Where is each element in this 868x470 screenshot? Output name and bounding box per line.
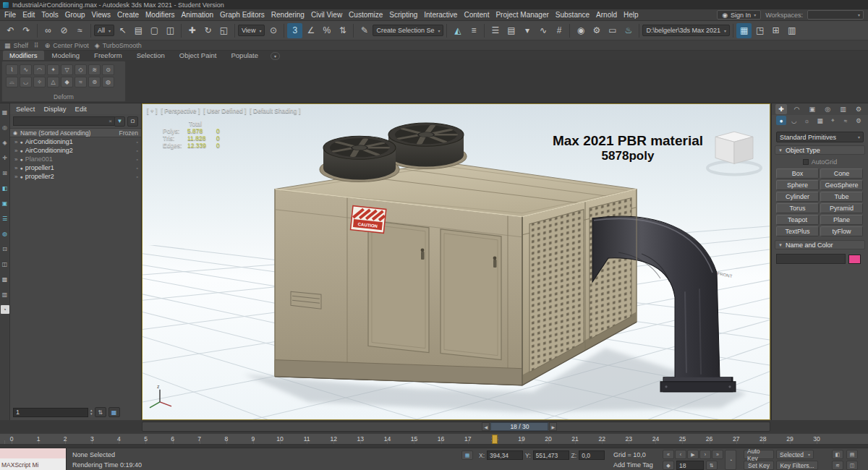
deform-tool-icon[interactable]: ⊚ (88, 77, 101, 87)
go-to-end-button[interactable]: » (712, 450, 723, 459)
x-coordinate-field[interactable] (487, 450, 523, 460)
explorer-toolbar-icon[interactable]: ▣ (1, 199, 9, 208)
grid-toggle-icon[interactable]: ▦ (109, 407, 120, 417)
explorer-column-header[interactable]: ◉ Name (Sorted Ascending) Frozen (10, 128, 141, 137)
expand-icon[interactable]: » (14, 165, 17, 171)
snap-toggle-icon[interactable]: 3 (287, 23, 302, 38)
menu-animation[interactable]: Animation (182, 11, 213, 19)
menu-file[interactable]: File (4, 11, 16, 19)
spinner-stepper[interactable]: ▴▾ (90, 409, 93, 416)
key-entry-icon[interactable]: ▤ (846, 450, 858, 459)
tab-populate[interactable]: Populate (225, 51, 265, 60)
cameras-icon[interactable]: ▦ (814, 116, 825, 125)
viewport-menu-pov[interactable]: [ User Defined ] (203, 107, 246, 114)
viewport-menu-shading[interactable]: [ Default Shading ] (250, 107, 300, 114)
object-type-rollout[interactable]: ▼ Object Type (775, 145, 865, 155)
menu-civil-view[interactable]: Civil View (311, 11, 342, 19)
align-icon[interactable]: ≡ (466, 23, 481, 38)
explorer-toolbar-icon[interactable]: ◈ (1, 138, 9, 147)
deform-tool-icon[interactable]: ✦ (47, 64, 59, 75)
menu-create[interactable]: Create (117, 11, 139, 19)
spinner-snap-icon[interactable]: ⇅ (335, 23, 350, 38)
sphere-button[interactable]: Sphere (776, 180, 819, 190)
unlink-selection-icon[interactable]: ⊘ (56, 23, 72, 38)
display-toggle-icon[interactable]: ⊞ (768, 23, 783, 38)
scene-explorer-toggle-icon[interactable]: ☰ (488, 23, 503, 38)
center-pivot-button[interactable]: ⊕ Center Pivot (45, 42, 89, 49)
menu-views[interactable]: Views (92, 11, 111, 19)
auto-key-button[interactable]: Auto Key (744, 450, 774, 459)
menu-edit[interactable]: Edit (22, 11, 35, 19)
explorer-toolbar-icon[interactable]: ◫ (1, 260, 9, 268)
isolate-selection-icon[interactable]: ◳ (752, 23, 767, 38)
tab-selection[interactable]: Selection (130, 51, 171, 60)
menu-arnold[interactable]: Arnold (596, 11, 617, 19)
mirror-icon[interactable]: ◭ (450, 23, 465, 38)
bind-spacewarp-icon[interactable]: ≈ (72, 23, 88, 38)
schematic-view-icon[interactable]: # (551, 23, 566, 38)
lights-icon[interactable]: ☼ (802, 116, 812, 125)
explorer-toolbar-icon[interactable]: ▦ (1, 108, 9, 116)
deform-tool-icon[interactable]: ▽ (61, 64, 73, 75)
current-frame-marker[interactable] (492, 435, 498, 444)
deform-tool-icon[interactable]: ◡ (20, 77, 32, 87)
deform-tool-icon[interactable]: ⌇ (6, 64, 18, 75)
explorer-toolbar-icon[interactable]: ⊞ (1, 168, 9, 177)
next-frame-arrow-icon[interactable]: ▶ (549, 422, 557, 431)
project-folder-dropdown[interactable]: D:\belgeler\3ds Max 2021▾ (642, 25, 730, 36)
list-item[interactable]: » ● propeller1 ▫ (10, 163, 141, 172)
shapes-icon[interactable]: ◡ (789, 116, 799, 125)
use-center-icon[interactable]: ⊙ (265, 23, 281, 38)
go-to-start-button[interactable]: « (663, 450, 674, 459)
explorer-toolbar-icon[interactable]: ◔ (1, 305, 9, 314)
menu-graph-editors[interactable]: Graph Editors (220, 11, 265, 19)
deform-tool-icon[interactable]: ◠ (33, 64, 46, 75)
y-coordinate-field[interactable] (533, 450, 569, 460)
set-key-button[interactable]: Set Key (744, 461, 774, 470)
explorer-footer-field[interactable] (13, 408, 88, 417)
rect-selection-region-icon[interactable]: ▢ (147, 23, 162, 38)
explorer-toolbar-icon[interactable]: ✛ (1, 153, 9, 162)
render-setup-icon[interactable]: ⚙ (589, 23, 604, 38)
previous-frame-button[interactable]: ‹ (675, 450, 686, 459)
deform-tool-icon[interactable]: ⌓ (6, 77, 18, 87)
box-button[interactable]: Box (776, 168, 819, 179)
redo-icon[interactable]: ↷ (19, 23, 34, 38)
deform-tool-icon[interactable]: ◇ (75, 64, 87, 75)
macro-recorder-lane[interactable] (0, 448, 66, 458)
autogrid-checkbox[interactable] (803, 159, 809, 165)
play-button[interactable]: ▶ (687, 450, 699, 459)
torus-button[interactable]: Torus (776, 203, 819, 213)
deform-tool-icon[interactable]: ⊙ (102, 64, 114, 75)
explorer-toolbar-icon[interactable]: ▩ (1, 275, 9, 283)
menu-interactive[interactable]: Interactive (424, 11, 457, 19)
time-slider-track[interactable]: ◀ 18 / 30 ▶ (142, 422, 770, 432)
geometry-icon[interactable]: ● (776, 116, 786, 125)
time-slider-handle-group[interactable]: ◀ 18 / 30 ▶ (482, 422, 557, 431)
tab-modeling[interactable]: Modeling (46, 51, 87, 60)
current-frame-field[interactable] (676, 461, 704, 470)
filter-icon[interactable]: ▼ (114, 116, 125, 127)
primitive-category-dropdown[interactable]: Standard Primitives▾ (776, 132, 864, 142)
geosphere-button[interactable]: GeoSphere (820, 180, 863, 190)
reference-coordinate-dropdown[interactable]: View▾ (238, 25, 265, 36)
renderable-toggle-icon[interactable]: ▫ (137, 174, 138, 179)
window-crossing-icon[interactable]: ◫ (163, 23, 178, 38)
hierarchy-tab-icon[interactable]: ▣ (807, 104, 818, 114)
shelf-button[interactable]: ▦ Shelf (4, 42, 28, 49)
previous-frame-arrow-icon[interactable]: ◀ (482, 422, 490, 431)
updown-icon[interactable]: ⇅ (95, 407, 106, 417)
deform-tool-icon[interactable]: ◆ (61, 77, 73, 87)
tab-freeform[interactable]: Freeform (88, 51, 129, 60)
ribbon-minimize-icon[interactable]: ▾ (271, 52, 280, 60)
angle-snap-icon[interactable]: ∠ (303, 23, 318, 38)
menu-help[interactable]: Help (624, 11, 639, 19)
select-link-icon[interactable]: ∞ (41, 23, 56, 38)
viewport-menu-camera[interactable]: [ Perspective ] (161, 107, 200, 114)
motion-tab-icon[interactable]: ◎ (822, 104, 833, 114)
menu-rendering[interactable]: Rendering (271, 11, 305, 19)
next-frame-button[interactable]: › (699, 450, 711, 459)
cylinder-button[interactable]: Cylinder (776, 192, 819, 202)
key-filters-button[interactable]: Key Filters... (776, 461, 818, 470)
frame-spinner[interactable]: ⇅ (706, 461, 718, 470)
